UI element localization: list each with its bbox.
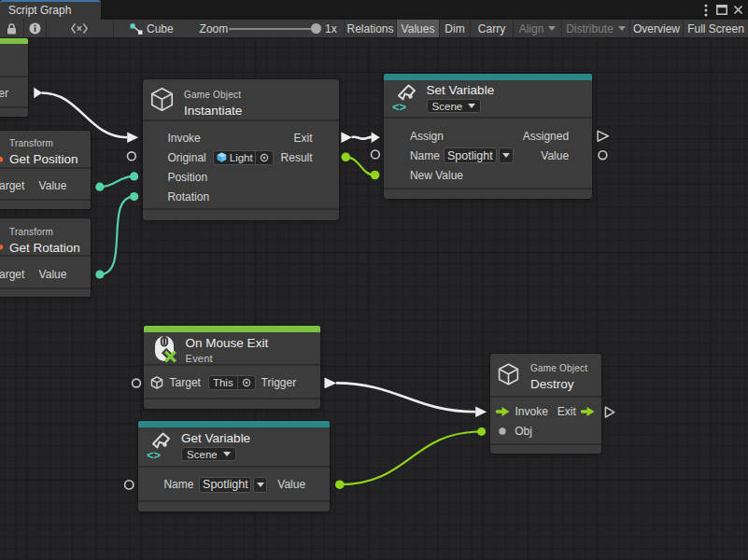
wire-arrowhead bbox=[475, 406, 487, 417]
zoom-label: Zoom bbox=[200, 20, 229, 37]
overview-button[interactable]: Overview bbox=[629, 20, 683, 37]
breadcrumb-label: Cube bbox=[147, 22, 174, 35]
fullscreen-button[interactable]: Full Screen bbox=[683, 20, 748, 37]
kebab-menu-icon[interactable] bbox=[699, 0, 713, 20]
wire-endpoint-dot bbox=[371, 171, 380, 180]
graph-toolbar: Cube Zoom 1x Relations Values Dim Carry … bbox=[0, 20, 748, 38]
unity-script-graph-window: Script Graph bbox=[0, 0, 748, 560]
zoom-control bbox=[229, 20, 317, 37]
wire-value-position[interactable] bbox=[100, 176, 134, 187]
wire-control-exit-assign[interactable] bbox=[352, 137, 372, 139]
info-button[interactable] bbox=[24, 20, 47, 37]
breadcrumb[interactable]: Cube bbox=[130, 20, 174, 37]
wire-arrowhead bbox=[341, 132, 352, 143]
wire-arrowhead bbox=[372, 132, 380, 143]
zoom-slider[interactable] bbox=[229, 28, 317, 30]
wire-value-result-newvalue[interactable] bbox=[346, 157, 374, 175]
port-ring-value-out[interactable] bbox=[599, 151, 607, 160]
graph-icon bbox=[130, 23, 143, 35]
tab-title: Script Graph bbox=[8, 4, 71, 17]
port-triangle-destroy-exit[interactable] bbox=[605, 407, 614, 417]
values-button[interactable]: Values bbox=[396, 20, 439, 37]
wire-control-trigger-invoke[interactable] bbox=[41, 93, 127, 138]
tab-script-graph[interactable]: Script Graph bbox=[0, 0, 101, 20]
graph-canvas[interactable]: Trigger Transform Get Position Target Va… bbox=[0, 38, 748, 560]
port-ring-target[interactable] bbox=[133, 379, 141, 387]
tab-strip: Script Graph bbox=[0, 0, 748, 20]
wire-endpoint-dot bbox=[130, 192, 138, 201]
wire-endpoint-dot bbox=[335, 480, 345, 489]
align-button[interactable]: Align bbox=[513, 20, 561, 37]
code-view-button[interactable] bbox=[47, 20, 112, 37]
port-ring-name[interactable] bbox=[372, 150, 380, 159]
wire-endpoint-dot bbox=[95, 183, 104, 191]
wire-arrowhead bbox=[325, 378, 337, 389]
distribute-button[interactable]: Distribute bbox=[561, 20, 629, 37]
distribute-caret-icon bbox=[618, 26, 626, 31]
maximize-icon[interactable] bbox=[714, 0, 729, 20]
port-triangle-assigned[interactable] bbox=[598, 131, 608, 141]
port-ring-original[interactable] bbox=[128, 152, 136, 161]
wire-endpoint-dot bbox=[95, 270, 104, 278]
wire-endpoint-dot bbox=[342, 153, 351, 162]
carry-button[interactable]: Carry bbox=[470, 20, 513, 37]
connections-overlay bbox=[0, 38, 748, 560]
lock-icon bbox=[7, 23, 17, 35]
relations-button[interactable]: Relations bbox=[344, 20, 396, 37]
port-ring-getvar-name[interactable] bbox=[125, 481, 134, 489]
wire-arrowhead bbox=[34, 88, 42, 99]
lock-button[interactable] bbox=[0, 20, 23, 37]
wire-value-getvar-obj[interactable] bbox=[340, 431, 482, 484]
align-caret-icon bbox=[548, 26, 556, 31]
wire-arrowhead bbox=[127, 132, 138, 143]
code-brackets-icon bbox=[71, 23, 88, 34]
wire-endpoint-dot bbox=[477, 427, 486, 436]
wire-endpoint-dot bbox=[130, 172, 138, 180]
info-icon bbox=[29, 22, 41, 35]
wire-control-trigger-destroy[interactable] bbox=[336, 383, 475, 412]
zoom-value: 1x bbox=[325, 20, 337, 37]
dim-button[interactable]: Dim bbox=[439, 20, 470, 37]
zoom-slider-knob[interactable] bbox=[311, 23, 321, 34]
port-dot-orange bbox=[0, 245, 3, 249]
wire-value-rotation[interactable] bbox=[100, 197, 134, 274]
close-icon[interactable] bbox=[730, 0, 745, 20]
port-dot-orange bbox=[0, 157, 3, 161]
